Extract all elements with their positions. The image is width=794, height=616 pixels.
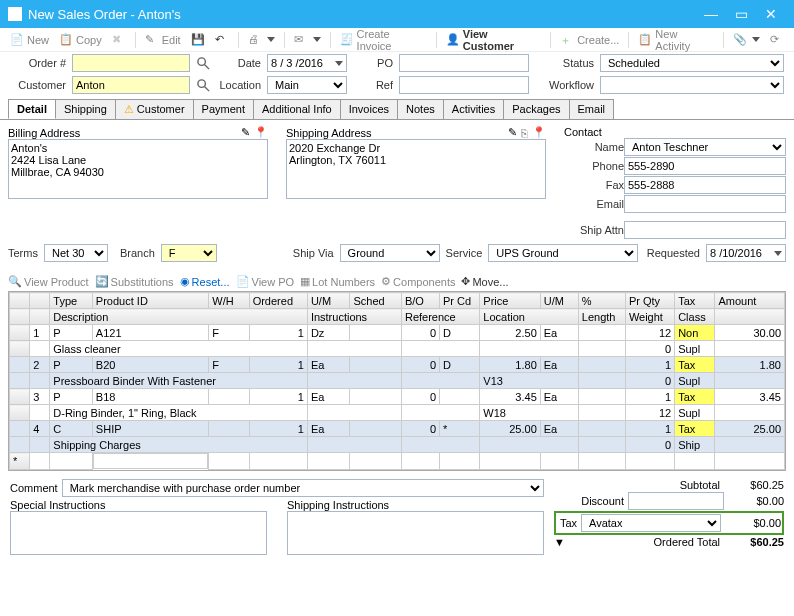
shipping-pin-icon[interactable]: 📍	[532, 126, 546, 139]
contact-label: Contact	[564, 126, 786, 138]
table-row-new[interactable]: *...	[10, 453, 785, 470]
new-button[interactable]: 📄New	[6, 31, 53, 49]
subtotal-label: Subtotal	[554, 479, 724, 491]
status-label: Status	[538, 57, 594, 69]
header-row-1: Order # Date 8 / 3 /2016 PO Status Sched…	[0, 52, 794, 74]
workflow-label: Workflow	[538, 79, 594, 91]
po-input[interactable]	[399, 54, 529, 72]
view-product-button[interactable]: 🔍 View Product	[8, 275, 89, 288]
billing-address-text[interactable]	[8, 139, 268, 199]
workflow-select[interactable]	[600, 76, 784, 94]
ref-input[interactable]	[399, 76, 529, 94]
shipping-edit-icon[interactable]: ✎	[508, 126, 517, 139]
print-button[interactable]: 🖨	[244, 31, 279, 49]
move-button[interactable]: ✥ Move...	[461, 275, 508, 288]
tab-email[interactable]: Email	[569, 99, 615, 119]
tab-packages[interactable]: Packages	[503, 99, 569, 119]
table-row-desc[interactable]: Shipping Charges0Ship	[10, 437, 785, 453]
branch-label: Branch	[120, 247, 155, 259]
delete-button[interactable]: ✖	[108, 31, 130, 49]
tab-detail[interactable]: Detail	[8, 99, 56, 119]
view-customer-button[interactable]: 👤View Customer	[442, 26, 545, 54]
email-button[interactable]: ✉	[290, 31, 325, 49]
customer-input[interactable]	[72, 76, 190, 94]
shipping-instructions-text[interactable]	[287, 511, 544, 555]
shipping-address-text[interactable]	[286, 139, 546, 199]
table-row-desc[interactable]: Glass cleaner0Supl	[10, 341, 785, 357]
contact-email-input[interactable]	[624, 195, 786, 213]
shipattn-input[interactable]	[624, 221, 786, 239]
tax-scheme-select[interactable]: Avatax	[581, 514, 721, 532]
new-activity-button[interactable]: 📋New Activity	[634, 26, 718, 54]
billing-edit-icon[interactable]: ✎	[241, 126, 250, 139]
contact-phone-input[interactable]	[624, 157, 786, 175]
app-icon	[8, 7, 22, 21]
detail-panel: Billing Address ✎ 📍 Shipping Address ✎ ⎘…	[0, 119, 794, 272]
terms-select[interactable]: Net 30	[44, 244, 108, 262]
maximize-button[interactable]: ▭	[726, 6, 756, 22]
main-toolbar: 📄New 📋Copy ✖ ✎Edit 💾 ↶ 🖨 ✉ 🧾Create Invoi…	[0, 28, 794, 52]
service-label: Service	[446, 247, 483, 259]
reset-button[interactable]: ◉ Reset...	[180, 275, 230, 288]
edit-button[interactable]: ✎Edit	[141, 31, 185, 49]
comment-select[interactable]: Mark merchandise with purchase order num…	[62, 479, 544, 497]
create-invoice-button[interactable]: 🧾Create Invoice	[336, 26, 431, 54]
totals-expander[interactable]: ▼	[554, 536, 565, 548]
branch-select[interactable]: F	[161, 244, 217, 262]
comment-label: Comment	[10, 482, 58, 494]
copy-button[interactable]: 📋Copy	[55, 31, 106, 49]
tab-activities[interactable]: Activities	[443, 99, 504, 119]
customer-label: Customer	[10, 79, 66, 91]
create-menu-button[interactable]: ＋Create...	[556, 31, 623, 49]
refresh-button[interactable]: ⟳	[766, 31, 788, 49]
date-input[interactable]: 8 / 3 /2016	[267, 54, 347, 72]
minimize-button[interactable]: —	[696, 6, 726, 22]
table-row-desc[interactable]: D-Ring Binder, 1" Ring, BlackW1812Supl	[10, 405, 785, 421]
order-input[interactable]	[72, 54, 190, 72]
order-search-icon[interactable]	[196, 56, 211, 71]
tab-customer[interactable]: ⚠ Customer	[115, 99, 194, 119]
undo-button[interactable]: ↶	[211, 31, 233, 49]
tab-notes[interactable]: Notes	[397, 99, 444, 119]
components-button[interactable]: ⚙ Components	[381, 275, 455, 288]
special-instructions-text[interactable]	[10, 511, 267, 555]
shipping-copy-icon[interactable]: ⎘	[521, 127, 528, 139]
warning-icon: ⚠	[124, 103, 134, 115]
lot-numbers-button[interactable]: ▦ Lot Numbers	[300, 275, 375, 288]
shipping-label: Shipping Address	[286, 127, 504, 139]
table-row-desc[interactable]: Pressboard Binder With FastenerV130Supl	[10, 373, 785, 389]
requested-date[interactable]: 8 /10/2016	[706, 244, 786, 262]
shipping-instructions-label: Shipping Instructions	[287, 499, 544, 511]
table-row[interactable]: 1PA121F1Dz0D2.50Ea12Non30.00	[10, 325, 785, 341]
customer-search-icon[interactable]	[196, 78, 211, 93]
name-label: Name	[564, 141, 624, 153]
billing-pin-icon[interactable]: 📍	[254, 126, 268, 139]
discount-value: $0.00	[724, 495, 784, 507]
date-label: Date	[217, 57, 261, 69]
view-po-button[interactable]: 📄 View PO	[236, 275, 295, 288]
tab-payment[interactable]: Payment	[193, 99, 254, 119]
close-button[interactable]: ✕	[756, 6, 786, 22]
tab-shipping[interactable]: Shipping	[55, 99, 116, 119]
shipvia-select[interactable]: Ground	[340, 244, 440, 262]
save-button[interactable]: 💾	[187, 31, 209, 49]
table-row[interactable]: 3PB181Ea03.45Ea1Tax3.45	[10, 389, 785, 405]
table-row[interactable]: 2PB20F1Ea0D1.80Ea1Tax1.80	[10, 357, 785, 373]
substitutions-button[interactable]: 🔄 Substitutions	[95, 275, 174, 288]
tab-strip: Detail Shipping ⚠ Customer Payment Addit…	[0, 99, 794, 119]
header-row-2: Customer Location Main Ref Workflow	[0, 74, 794, 96]
table-row[interactable]: 4CSHIP1Ea0*25.00Ea1Tax25.00	[10, 421, 785, 437]
tab-additional-info[interactable]: Additional Info	[253, 99, 341, 119]
special-instructions-label: Special Instructions	[10, 499, 267, 511]
status-select[interactable]: Scheduled	[600, 54, 784, 72]
contact-name-select[interactable]: Anton Teschner	[624, 138, 786, 156]
line-items-grid[interactable]: TypeProduct IDW/HOrderedU/MSchedB/OPr Cd…	[8, 291, 786, 471]
service-select[interactable]: UPS Ground	[488, 244, 638, 262]
location-select[interactable]: Main	[267, 76, 347, 94]
email-label: Email	[564, 198, 624, 210]
requested-label: Requested	[647, 247, 700, 259]
tab-invoices[interactable]: Invoices	[340, 99, 398, 119]
ordered-total-label: Ordered Total	[565, 536, 724, 548]
attachment-button[interactable]: 📎	[729, 31, 764, 49]
contact-fax-input[interactable]	[624, 176, 786, 194]
